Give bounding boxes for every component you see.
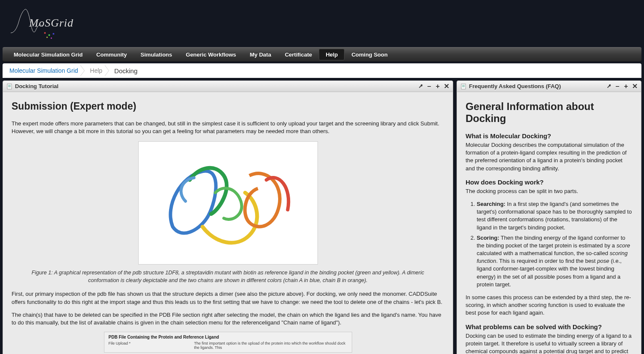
- paragraph: First, our primary inspection of the pdb…: [12, 290, 444, 306]
- chevron-right-icon: [105, 64, 112, 77]
- svg-rect-5: [7, 84, 12, 89]
- close-icon[interactable]: ✕: [632, 83, 638, 89]
- panel-body: Submission (Expert mode) The expert mode…: [3, 92, 453, 354]
- minimize-icon[interactable]: –: [614, 83, 620, 89]
- emphasis: pose: [597, 258, 609, 264]
- sub-box-title: PDB File Containing the Protein and Refe…: [109, 335, 347, 339]
- section-heading: Submission (Expert mode): [12, 101, 444, 112]
- list-item-text: calculated with a mathematical function,…: [477, 250, 610, 256]
- svg-point-4: [51, 37, 52, 39]
- sub-box-label: File Upload *: [109, 341, 194, 350]
- faq-question: What is Molecular Docking?: [466, 132, 632, 140]
- nav-generic-workflows[interactable]: Generic Workflows: [179, 49, 243, 60]
- nav-simulations[interactable]: Simulations: [134, 49, 179, 60]
- figure-caption: Figure 1: A graphical representation of …: [12, 269, 444, 284]
- wrench-icon[interactable]: [418, 83, 424, 89]
- faq-panel: Frequently Asked Questions (FAQ) – + ✕ G…: [457, 80, 641, 354]
- faq-answer: Molecular Docking describes the computat…: [466, 141, 632, 173]
- panel-title: Frequently Asked Questions (FAQ): [469, 83, 606, 89]
- list-item-text: . This is required in order to find the …: [496, 258, 597, 264]
- list-item-label: Searching:: [477, 201, 505, 207]
- maximize-icon[interactable]: +: [435, 83, 441, 89]
- nav-my-data[interactable]: My Data: [243, 49, 278, 60]
- emphasis: score: [617, 242, 630, 249]
- logo-text: MoSGrid: [29, 17, 74, 30]
- protein-structure-image: [138, 141, 318, 265]
- svg-rect-9: [461, 84, 466, 89]
- list-item-label: Scoring:: [477, 235, 499, 241]
- svg-point-0: [44, 32, 46, 34]
- svg-point-3: [47, 36, 48, 38]
- faq-question: What problems can be solved with Docking…: [466, 323, 632, 330]
- svg-point-1: [48, 34, 50, 36]
- faq-list: Searching: In a first step the ligand's …: [466, 200, 632, 289]
- nav-community[interactable]: Community: [89, 49, 134, 60]
- wrench-icon[interactable]: [606, 83, 612, 89]
- panel-body: General Information about Docking What i…: [457, 92, 641, 354]
- breadcrumb: Molecular Simulation Grid Help Docking: [3, 63, 641, 78]
- chevron-right-icon: [80, 64, 87, 77]
- list-item-text: Then the binding energy of the ligand co…: [477, 235, 625, 249]
- document-icon: [460, 83, 466, 89]
- nav-molecular-simulation-grid[interactable]: Molecular Simulation Grid: [7, 49, 89, 60]
- figure: Figure 1: A graphical representation of …: [12, 141, 444, 284]
- faq-answer: In some cases this process can be extend…: [466, 294, 632, 317]
- svg-point-2: [53, 33, 54, 35]
- section-heading: General Information about Docking: [466, 101, 632, 125]
- nav-help[interactable]: Help: [319, 49, 344, 60]
- breadcrumb-mid[interactable]: Help: [87, 67, 105, 74]
- breadcrumb-root[interactable]: Molecular Simulation Grid: [7, 67, 80, 74]
- breadcrumb-current: Docking: [112, 67, 140, 74]
- panel-title: Docking Tutorial: [15, 83, 418, 89]
- panel-header: Frequently Asked Questions (FAQ) – + ✕: [457, 81, 641, 92]
- app-header: MoSGrid: [0, 0, 644, 47]
- pdb-file-box: PDB File Containing the Protein and Refe…: [104, 332, 352, 353]
- main-nav: Molecular Simulation Grid Community Simu…: [3, 47, 641, 62]
- faq-question: How does Docking work?: [466, 178, 632, 186]
- document-icon: [6, 83, 12, 89]
- paragraph: The expert mode offers more parameters t…: [12, 120, 444, 135]
- paragraph: The chain(s) that have to be deleted can…: [12, 311, 444, 327]
- docking-tutorial-panel: Docking Tutorial – + ✕ Submission (Exper…: [3, 80, 453, 354]
- close-icon[interactable]: ✕: [443, 83, 449, 89]
- sub-box-desc: The first important option is the upload…: [194, 341, 347, 350]
- content-area: Docking Tutorial – + ✕ Submission (Exper…: [3, 80, 641, 354]
- list-item: Searching: In a first step the ligand's …: [477, 200, 632, 232]
- faq-answer: The docking process can be split in two …: [466, 187, 632, 195]
- minimize-icon[interactable]: –: [426, 83, 432, 89]
- panel-header: Docking Tutorial – + ✕: [3, 81, 453, 92]
- nav-certificate[interactable]: Certificate: [278, 49, 319, 60]
- list-item: Scoring: Then the binding energy of the …: [477, 234, 632, 289]
- nav-coming-soon[interactable]: Coming Soon: [344, 49, 395, 60]
- app-logo: MoSGrid: [9, 3, 64, 45]
- faq-answer: Docking can be used to estimate the bind…: [466, 332, 632, 354]
- maximize-icon[interactable]: +: [623, 83, 629, 89]
